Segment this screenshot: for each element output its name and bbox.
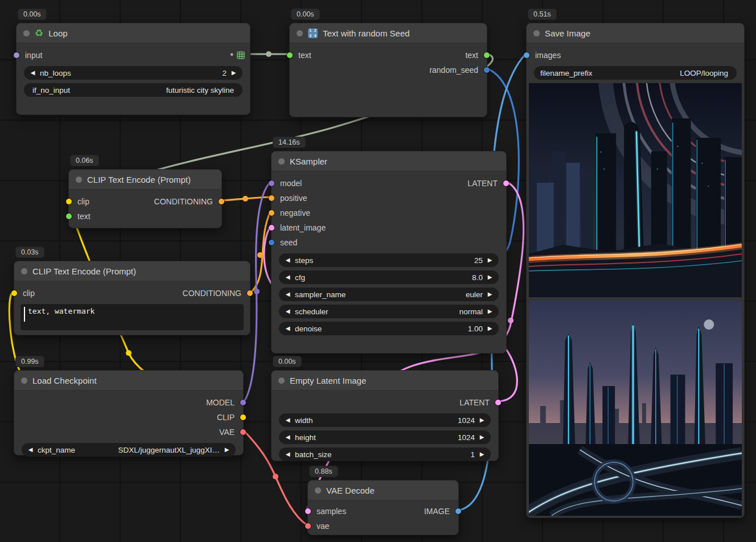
collapse-dot[interactable] [278, 377, 285, 384]
decrement-arrow[interactable]: ◀ [284, 434, 291, 440]
vae-output-port[interactable] [240, 429, 246, 435]
preview-image-2[interactable] [529, 301, 742, 516]
collapse-dot[interactable] [76, 176, 82, 183]
decrement-arrow[interactable]: ◀ [284, 417, 291, 423]
decrement-arrow[interactable]: ◀ [284, 257, 291, 263]
clip-output-port[interactable] [240, 414, 246, 420]
node-titlebar[interactable]: Load Checkpoint [14, 371, 243, 391]
widget-scheduler[interactable]: ◀ scheduler normal ▶ [279, 305, 499, 318]
latent-image-input-port[interactable] [269, 225, 274, 231]
widget-denoise[interactable]: ◀ denoise 1.00 ▶ [279, 322, 499, 335]
widget-if-no-input[interactable]: if_no_input futuristic city skyline [24, 83, 243, 97]
next-arrow[interactable]: ▶ [223, 447, 231, 453]
latent-output-port[interactable] [503, 180, 509, 186]
node-titlebar[interactable]: Empty Latent Image [272, 371, 498, 391]
node-empty-latent-image[interactable]: 0.00s Empty Latent Image LATENT ◀ width … [271, 370, 499, 461]
node-titlebar[interactable]: CLIP Text Encode (Prompt) [14, 261, 250, 281]
port-label: random_seed [429, 65, 478, 75]
port-label: IMAGE [424, 507, 450, 516]
collapse-dot[interactable] [21, 268, 27, 274]
latent-output-port[interactable] [495, 400, 501, 405]
negative-input-port[interactable] [269, 210, 274, 216]
positive-input-port[interactable] [269, 195, 274, 201]
collapse-dot[interactable] [533, 30, 540, 36]
model-output-port[interactable] [240, 400, 246, 405]
collapse-dot[interactable] [315, 487, 321, 494]
prompt-text: text, watermark [28, 307, 94, 315]
next-arrow[interactable]: ▶ [486, 309, 494, 314]
prev-arrow[interactable]: ◀ [284, 309, 291, 314]
node-titlebar[interactable]: Save Image [527, 23, 744, 43]
node-titlebar[interactable]: ♻ Loop [17, 23, 250, 43]
widget-steps[interactable]: ◀ steps 25 ▶ [279, 253, 499, 267]
model-input-port[interactable] [269, 180, 274, 186]
prev-arrow[interactable]: ◀ [27, 447, 34, 453]
samples-input-port[interactable] [305, 508, 311, 514]
widget-filename-prefix[interactable]: filename_prefix LOOP/looping [534, 66, 737, 80]
widget-width[interactable]: ◀ width 1024 ▶ [279, 413, 491, 427]
increment-arrow[interactable]: ▶ [478, 417, 486, 423]
node-graph-canvas[interactable]: 0.00s ♻ Loop input * [0, 0, 756, 542]
vae-input-port[interactable] [305, 523, 311, 529]
increment-arrow[interactable]: ▶ [230, 70, 237, 76]
collapse-dot[interactable] [278, 158, 285, 165]
widget-nb-loops[interactable]: ◀ nb_loops 2 ▶ [24, 66, 243, 80]
text-input-port[interactable] [287, 52, 293, 58]
clip-input-port[interactable] [11, 290, 17, 296]
node-save-image[interactable]: 0.51s Save Image images filename_prefix … [526, 23, 745, 518]
widget-batch-size[interactable]: ◀ batch_size 1 ▶ [279, 447, 491, 461]
exec-time-badge: 0.06s [70, 155, 99, 166]
collapse-dot[interactable] [21, 377, 27, 384]
clip-input-port[interactable] [66, 199, 72, 204]
image-output-port[interactable] [455, 508, 461, 514]
node-titlebar[interactable]: KSampler [272, 151, 506, 171]
text-input-port[interactable] [66, 213, 72, 219]
increment-arrow[interactable]: ▶ [486, 257, 494, 263]
port-label: CONDITIONING [154, 197, 213, 206]
node-loop[interactable]: 0.00s ♻ Loop input * [16, 23, 250, 115]
next-arrow[interactable]: ▶ [486, 291, 494, 297]
increment-arrow[interactable]: ▶ [478, 451, 486, 457]
decrement-arrow[interactable]: ◀ [284, 451, 291, 457]
exec-time-badge: 0.88s [309, 466, 338, 477]
input-port[interactable] [14, 52, 19, 58]
widget-height[interactable]: ◀ height 1024 ▶ [279, 430, 491, 444]
collapse-dot[interactable] [23, 30, 30, 36]
conditioning-output-port[interactable] [247, 290, 253, 296]
widget-sampler-name[interactable]: ◀ sampler_name euler ▶ [279, 288, 499, 301]
decrement-arrow[interactable]: ◀ [284, 274, 291, 280]
exec-time-badge: 0.00s [291, 9, 320, 20]
node-clip-text-encode-positive[interactable]: 0.06s CLIP Text Encode (Prompt) clip CON… [68, 169, 222, 228]
widget-label: sampler_name [295, 290, 346, 299]
node-clip-text-encode-negative[interactable]: 0.03s CLIP Text Encode (Prompt) clip CON… [14, 261, 250, 335]
port-label: images [535, 51, 561, 60]
node-ksampler[interactable]: 14.16s KSampler model LATENT positive ne… [271, 151, 507, 354]
icon-digit: 1 [309, 28, 311, 32]
decrement-arrow[interactable]: ◀ [29, 70, 36, 76]
random-seed-output-port[interactable] [484, 67, 490, 73]
node-titlebar[interactable]: CLIP Text Encode (Prompt) [69, 170, 221, 190]
node-vae-decode[interactable]: 0.88s VAE Decode samples IMAGE vae [307, 480, 459, 535]
preview-image-1[interactable] [529, 83, 742, 297]
node-titlebar[interactable]: 1 2 3 4 Text with random Seed [290, 23, 487, 43]
images-input-port[interactable] [524, 52, 529, 58]
grid-output-icon[interactable] [237, 51, 245, 59]
node-load-checkpoint[interactable]: 0.99s Load Checkpoint MODEL CLIP VAE ◀ c… [14, 370, 244, 455]
seed-input-port[interactable] [269, 240, 274, 245]
prev-arrow[interactable]: ◀ [284, 291, 291, 297]
conditioning-output-port[interactable] [219, 199, 224, 204]
decrement-arrow[interactable]: ◀ [284, 326, 291, 331]
icon-digit: 4 [314, 34, 317, 38]
widget-ckpt-name[interactable]: ◀ ckpt_name SDXL/juggernautXL_juggXI… ▶ [22, 443, 236, 457]
text-output-port[interactable] [484, 52, 490, 58]
node-text-random-seed[interactable]: 0.00s 1 2 3 4 Text with random Seed text… [289, 23, 487, 117]
prompt-textarea[interactable]: text, watermark [20, 304, 244, 330]
widget-cfg[interactable]: ◀ cfg 8.0 ▶ [279, 270, 499, 284]
increment-arrow[interactable]: ▶ [486, 274, 494, 280]
collapse-dot[interactable] [297, 30, 303, 36]
increment-arrow[interactable]: ▶ [478, 434, 486, 440]
port-row: random_seed [290, 63, 487, 77]
port-label: positive [280, 194, 307, 203]
node-titlebar[interactable]: VAE Decode [308, 481, 458, 500]
increment-arrow[interactable]: ▶ [486, 326, 494, 331]
